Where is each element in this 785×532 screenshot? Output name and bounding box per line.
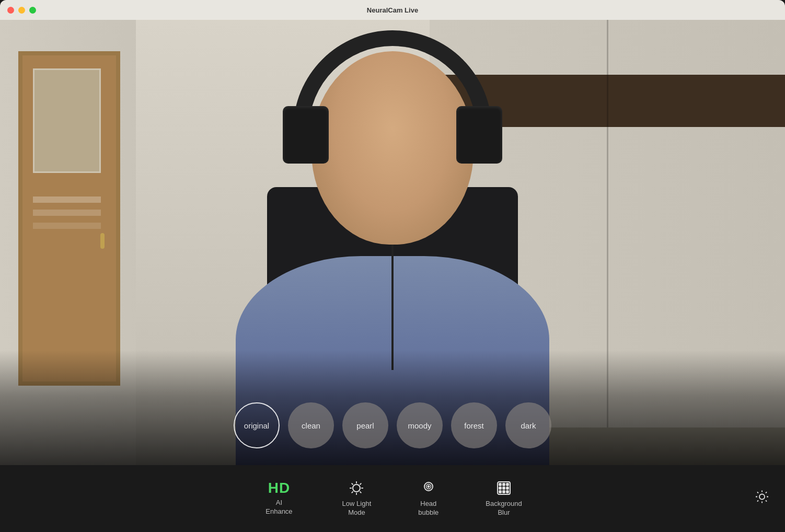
- svg-line-8: [360, 483, 362, 485]
- door-frame: [18, 51, 120, 386]
- svg-point-1: [354, 486, 359, 490]
- filter-dark[interactable]: dark: [505, 402, 551, 448]
- hd-badge: HD: [268, 481, 290, 495]
- toolbar-low-light[interactable]: Low LightMode: [319, 480, 395, 517]
- svg-rect-21: [503, 491, 505, 493]
- headphone-cup-right: [456, 106, 502, 164]
- toolbar-ai-enhance[interactable]: HD AIEnhance: [239, 481, 318, 516]
- svg-rect-14: [499, 483, 501, 485]
- door-stripe-1: [33, 196, 101, 203]
- background-blur-icon: [495, 480, 512, 496]
- svg-point-23: [759, 494, 765, 500]
- svg-line-6: [352, 483, 353, 485]
- svg-line-7: [360, 492, 362, 493]
- bottom-toolbar: HD AIEnhance Low LightMode: [0, 465, 785, 532]
- door-glass: [33, 68, 101, 173]
- settings-button[interactable]: [755, 490, 769, 508]
- filter-clean[interactable]: clean: [288, 402, 334, 448]
- toolbar-head-bubble[interactable]: Headbubble: [395, 480, 462, 517]
- svg-point-0: [353, 484, 360, 492]
- filter-original[interactable]: original: [234, 402, 280, 448]
- head-bubble-icon: [420, 480, 437, 496]
- toolbar-background-blur[interactable]: BackgroundBlur: [462, 480, 545, 517]
- low-light-label: Low LightMode: [342, 500, 372, 517]
- window-controls: [7, 7, 36, 14]
- filter-moody[interactable]: moody: [397, 402, 443, 448]
- door-stripe-2: [33, 210, 101, 216]
- filter-pearl[interactable]: pearl: [342, 402, 388, 448]
- low-light-icon: [348, 480, 365, 496]
- svg-point-12: [428, 486, 429, 488]
- door-handle: [100, 233, 105, 249]
- background-blur-label: BackgroundBlur: [486, 500, 522, 517]
- settings-icon: [755, 490, 769, 504]
- svg-rect-15: [503, 483, 505, 485]
- door-inner: [22, 55, 116, 381]
- svg-rect-19: [506, 487, 509, 489]
- filter-pills: original clean pearl moody forest dark: [234, 402, 551, 448]
- headphone-cup-left: [283, 106, 329, 164]
- close-button[interactable]: [7, 7, 14, 14]
- window-title: NeuralCam Live: [367, 6, 418, 14]
- titlebar: NeuralCam Live: [0, 0, 785, 20]
- svg-rect-16: [506, 483, 509, 485]
- svg-rect-22: [506, 491, 509, 493]
- minimize-button[interactable]: [18, 7, 25, 14]
- svg-rect-17: [499, 487, 501, 489]
- camera-view: original clean pearl moody forest dark: [0, 20, 785, 465]
- door-stripe-3: [33, 223, 101, 229]
- svg-line-9: [352, 492, 353, 493]
- head-bubble-label: Headbubble: [418, 500, 438, 517]
- svg-rect-20: [499, 491, 501, 493]
- maximize-button[interactable]: [29, 7, 36, 14]
- ai-enhance-label: AIEnhance: [265, 499, 292, 516]
- headphones: [283, 30, 502, 198]
- svg-rect-18: [503, 487, 505, 489]
- filter-forest[interactable]: forest: [451, 402, 497, 448]
